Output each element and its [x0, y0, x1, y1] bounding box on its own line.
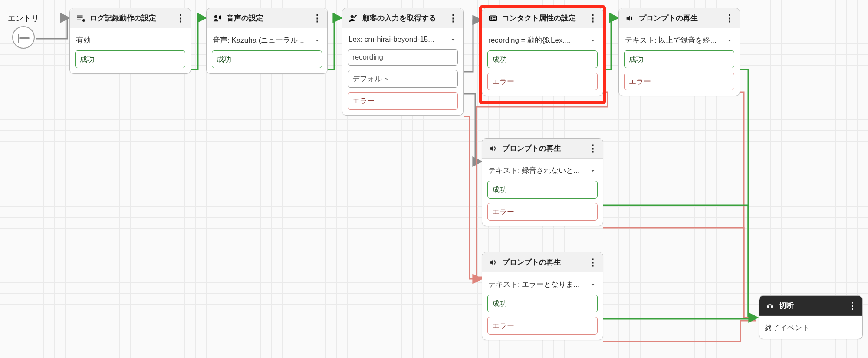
svg-rect-3 [490, 16, 497, 20]
node-log-settings[interactable]: ログ記録動作の設定 有効 成功 [69, 8, 191, 74]
kebab-icon[interactable] [725, 13, 734, 23]
branch-error[interactable]: エラー [487, 203, 598, 221]
node-play-prompt-1[interactable]: プロンプトの再生 テキスト: 以上で録音を終... 成功 エラー [618, 8, 740, 96]
chevron-down-icon [589, 36, 597, 44]
svg-rect-4 [491, 17, 493, 20]
node-title: プロンプトの再生 [502, 144, 584, 153]
chevron-down-icon [313, 36, 321, 44]
input-icon [349, 13, 358, 23]
node-title: ログ記録動作の設定 [90, 13, 171, 23]
voice-icon [213, 13, 222, 23]
node-summary-text: recording = 動的{$.Lex.... [488, 35, 571, 45]
log-icon [76, 13, 85, 23]
node-summary[interactable]: テキスト: 以上で録音を終... [624, 33, 734, 46]
branch-recording[interactable]: recording [348, 49, 458, 66]
attributes-icon [488, 13, 498, 23]
node-summary-text: 終了イベント [765, 323, 809, 333]
entry-label: エントリ [8, 13, 39, 23]
node-play-prompt-2[interactable]: プロンプトの再生 テキスト: 録音されないと... 成功 エラー [482, 138, 603, 226]
kebab-icon[interactable] [588, 13, 598, 23]
node-voice-settings[interactable]: 音声の設定 音声: Kazuha (ニューラル... 成功 [206, 8, 328, 74]
kebab-icon[interactable] [176, 13, 185, 23]
node-disconnect[interactable]: 切断 終了イベント [759, 295, 863, 339]
svg-point-0 [82, 19, 85, 22]
branch-error[interactable]: エラー [487, 73, 598, 90]
disconnect-icon [765, 301, 775, 311]
svg-rect-5 [493, 17, 496, 18]
node-summary-text: 音声: Kazuha (ニューラル... [213, 35, 304, 45]
node-title: 顧客の入力を取得する [362, 13, 444, 23]
entry-node[interactable]: エントリ [8, 13, 39, 49]
branch-success[interactable]: 成功 [75, 50, 185, 68]
branch-success[interactable]: 成功 [487, 50, 598, 68]
kebab-icon[interactable] [848, 301, 857, 311]
node-summary: 終了イベント [764, 320, 857, 334]
node-summary-text: テキスト: エラーとなりま... [488, 279, 580, 289]
svg-point-2 [351, 15, 354, 18]
node-title: プロンプトの再生 [502, 258, 584, 267]
speaker-icon [488, 258, 498, 267]
node-summary-text: 有効 [76, 35, 91, 45]
speaker-icon [488, 144, 498, 153]
chevron-down-icon [589, 167, 597, 175]
branch-success[interactable]: 成功 [487, 295, 598, 312]
branch-success[interactable]: 成功 [212, 50, 322, 68]
chevron-down-icon [449, 36, 457, 43]
kebab-icon[interactable] [588, 144, 598, 153]
branch-success[interactable]: 成功 [624, 50, 734, 68]
node-summary[interactable]: テキスト: エラーとなりま... [487, 277, 598, 290]
kebab-icon[interactable] [448, 13, 458, 23]
node-summary[interactable]: テキスト: 録音されないと... [487, 163, 598, 176]
chevron-down-icon [726, 36, 733, 44]
node-get-customer-input[interactable]: 顧客の入力を取得する Lex: cm-hirai-beyond-15... re… [342, 8, 464, 116]
node-summary[interactable]: Lex: cm-hirai-beyond-15... [348, 33, 458, 45]
svg-rect-6 [493, 18, 496, 19]
branch-default[interactable]: デフォルト [348, 70, 458, 88]
branch-error[interactable]: エラー [487, 317, 598, 335]
kebab-icon[interactable] [312, 13, 322, 23]
branch-success[interactable]: 成功 [487, 181, 598, 199]
node-title: 切断 [779, 301, 843, 310]
node-summary[interactable]: 音声: Kazuha (ニューラル... [212, 33, 322, 46]
node-play-prompt-3[interactable]: プロンプトの再生 テキスト: エラーとなりま... 成功 エラー [482, 252, 603, 340]
svg-point-1 [214, 15, 217, 18]
entry-icon [12, 26, 35, 49]
branch-error[interactable]: エラー [624, 73, 734, 90]
chevron-down-icon [589, 281, 597, 288]
node-set-contact-attributes[interactable]: コンタクト属性の設定 recording = 動的{$.Lex.... 成功 エ… [482, 8, 603, 96]
kebab-icon[interactable] [588, 258, 598, 267]
node-title: コンタクト属性の設定 [502, 13, 584, 23]
branch-error[interactable]: エラー [348, 92, 458, 110]
node-summary[interactable]: 有効 [75, 33, 185, 46]
node-title: プロンプトの再生 [639, 13, 720, 23]
node-title: 音声の設定 [227, 13, 308, 23]
node-summary[interactable]: recording = 動的{$.Lex.... [487, 33, 598, 46]
node-summary-text: テキスト: 録音されないと... [488, 166, 580, 176]
speaker-icon [625, 13, 635, 23]
node-summary-text: テキスト: 以上で録音を終... [625, 35, 717, 45]
node-summary-text: Lex: cm-hirai-beyond-15... [349, 35, 434, 44]
